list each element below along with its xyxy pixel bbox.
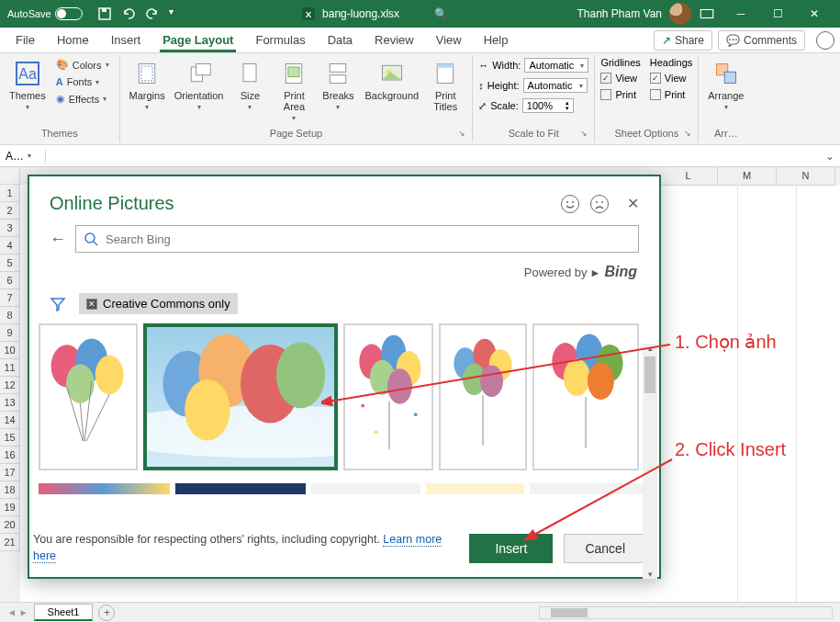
row-header[interactable]: 16	[0, 447, 20, 464]
tab-file[interactable]: File	[6, 28, 45, 51]
autosave-toggle[interactable]: AutoSave	[7, 7, 83, 20]
row-header[interactable]: 19	[0, 499, 20, 516]
tab-help[interactable]: Help	[474, 28, 519, 51]
row-header[interactable]: 17	[0, 464, 20, 481]
row-header[interactable]: 7	[0, 289, 20, 307]
tab-review[interactable]: Review	[364, 28, 424, 51]
row-header[interactable]: 15	[0, 429, 20, 447]
row-header[interactable]: 9	[0, 324, 20, 342]
row-header[interactable]: 3	[0, 220, 20, 237]
print-titles-button[interactable]: Print Titles	[424, 57, 466, 114]
minimize-button[interactable]: ─	[722, 0, 759, 28]
svg-point-49	[375, 430, 378, 434]
svg-point-40	[276, 342, 325, 408]
row-header[interactable]: 5	[0, 254, 20, 272]
group-page-setup: Margins▾ Orientation▾ Size▾ Print Area▾ …	[120, 55, 474, 142]
row-header[interactable]: 1	[0, 185, 20, 202]
smile-feedback-icon[interactable]	[561, 195, 579, 213]
row-header[interactable]: 13	[0, 394, 20, 412]
headings-view-checkbox[interactable]: ✓	[650, 73, 661, 84]
breaks-button[interactable]: Breaks▾	[317, 57, 359, 113]
frown-feedback-icon[interactable]	[590, 195, 609, 213]
svg-rect-15	[330, 75, 347, 84]
effects-button[interactable]: ◉Effects▾	[51, 91, 114, 107]
svg-point-36	[147, 406, 334, 458]
colors-button[interactable]: 🎨Colors▾	[51, 57, 114, 73]
comments-button[interactable]: 💬 Comments	[718, 30, 805, 51]
sheet-nav[interactable]: ◄ ►	[7, 607, 28, 617]
cc-only-filter[interactable]: ✕ Creative Commons only	[79, 293, 238, 314]
row-header[interactable]: 20	[0, 516, 20, 534]
back-button[interactable]: ←	[50, 230, 66, 249]
share-button[interactable]: ↗ Share	[654, 30, 712, 51]
column-header[interactable]: M	[718, 167, 777, 186]
scale-spinner[interactable]: 100%▴▾	[522, 98, 574, 113]
select-all-corner[interactable]	[0, 167, 20, 185]
margins-button[interactable]: Margins▾	[126, 57, 169, 113]
tab-formulas[interactable]: Formulas	[245, 28, 315, 51]
print-area-button[interactable]: Print Area▾	[273, 57, 315, 124]
search-input[interactable]	[75, 225, 639, 253]
column-header[interactable]: L	[659, 167, 718, 186]
group-label-arrange: Arr…	[704, 126, 747, 141]
svg-point-23	[572, 201, 574, 203]
result-thumbnail-selected[interactable]	[143, 323, 338, 470]
tab-data[interactable]: Data	[318, 28, 363, 51]
gridlines-print-checkbox[interactable]	[600, 89, 611, 100]
fonts-button[interactable]: AFonts▾	[51, 74, 114, 89]
row-header[interactable]: 8	[0, 307, 20, 324]
search-field[interactable]	[106, 232, 631, 246]
quick-access-toolbar: ▾	[97, 6, 174, 21]
orientation-button[interactable]: Orientation▾	[171, 57, 228, 113]
row-header[interactable]: 11	[0, 359, 20, 377]
tab-insert[interactable]: Insert	[101, 28, 151, 51]
group-sheet-options: Gridlines ✓View Print Headings ✓View Pri…	[595, 55, 699, 142]
row-header[interactable]: 21	[0, 534, 20, 551]
group-label-sheet-options: Sheet Options	[600, 126, 692, 141]
scale-launcher[interactable]: ↘	[580, 129, 591, 140]
row-header[interactable]: 14	[0, 412, 20, 429]
themes-button[interactable]: Aa Themes▾	[6, 57, 50, 113]
filter-icon[interactable]	[50, 296, 66, 312]
sheet-tab[interactable]: Sheet1	[34, 604, 94, 621]
horizontal-scrollbar[interactable]	[539, 606, 833, 619]
sheet-options-launcher[interactable]: ↘	[684, 129, 695, 140]
row-headers: 1 2 3 4 5 6 7 8 9 10 11 12 13 14 15 16 1…	[0, 185, 20, 602]
row-header[interactable]: 6	[0, 272, 20, 289]
search-icon[interactable]: 🔍	[434, 7, 448, 20]
page-setup-launcher[interactable]: ↘	[458, 129, 469, 140]
close-button[interactable]: ✕	[796, 0, 833, 28]
arrange-button[interactable]: Arrange▾	[704, 57, 747, 113]
result-thumbnail[interactable]	[39, 323, 138, 470]
gridlines-view-checkbox[interactable]: ✓	[600, 73, 611, 84]
maximize-button[interactable]: ☐	[759, 0, 796, 28]
redo-icon[interactable]	[145, 6, 160, 21]
document-title: bang-luong.xlsx	[322, 7, 399, 20]
row-header[interactable]: 10	[0, 342, 20, 359]
row-header[interactable]: 18	[0, 481, 20, 499]
headings-print-checkbox[interactable]	[650, 89, 661, 100]
tab-page-layout[interactable]: Page Layout	[152, 28, 243, 51]
feedback-icon[interactable]	[816, 31, 834, 50]
undo-icon[interactable]	[121, 6, 136, 21]
row-header[interactable]: 2	[0, 202, 20, 220]
background-button[interactable]: Background	[361, 57, 422, 103]
add-sheet-button[interactable]: +	[98, 605, 115, 621]
title-bar: AutoSave ▾ X bang-luong.xlsx 🔍 Thanh Pha…	[0, 0, 840, 28]
user-avatar[interactable]	[669, 3, 691, 25]
dialog-close-button[interactable]: ✕	[627, 195, 639, 212]
svg-point-22	[566, 201, 568, 203]
save-icon[interactable]	[97, 6, 112, 21]
name-box[interactable]: A…▾	[0, 150, 46, 163]
ribbon-display-icon[interactable]	[699, 6, 715, 22]
sheet-tab-bar: ◄ ► Sheet1 +	[0, 602, 840, 622]
tab-home[interactable]: Home	[47, 28, 99, 51]
row-header[interactable]: 12	[0, 377, 20, 394]
size-button[interactable]: Size▾	[229, 57, 271, 113]
width-combo[interactable]: Automatic▾	[524, 58, 588, 73]
column-header[interactable]: N	[777, 167, 835, 186]
tab-view[interactable]: View	[426, 28, 472, 51]
collapse-ribbon-icon[interactable]: ⌄	[820, 150, 840, 163]
row-header[interactable]: 4	[0, 237, 20, 254]
height-combo[interactable]: Automatic▾	[523, 78, 588, 93]
